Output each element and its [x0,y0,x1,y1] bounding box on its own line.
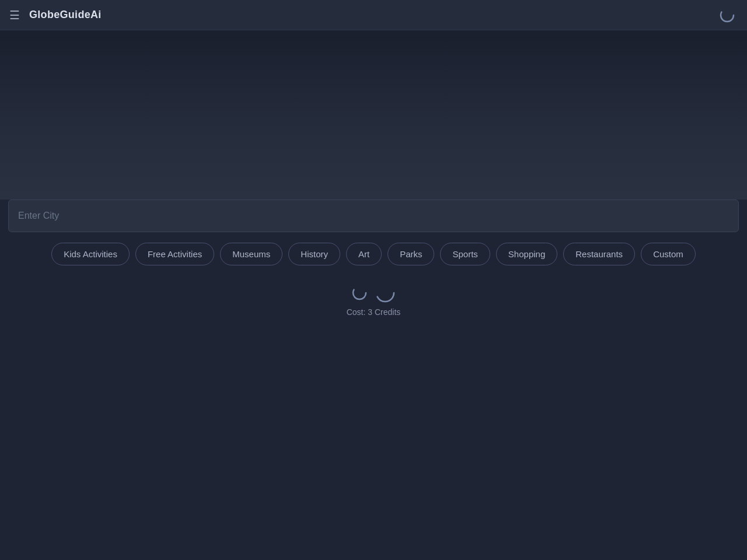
search-container [0,200,747,232]
menu-icon[interactable]: ☰ [9,9,20,21]
category-btn-custom[interactable]: Custom [641,243,696,265]
cost-label: Cost: 3 Credits [347,307,401,317]
category-btn-art[interactable]: Art [346,243,382,265]
spinner-large [374,282,396,304]
category-btn-kids-activities[interactable]: Kids Activities [51,243,130,265]
category-btn-shopping[interactable]: Shopping [496,243,557,265]
categories-container: Kids ActivitiesFree ActivitiesMuseumsHis… [0,232,747,265]
loading-area: Cost: 3 Credits [0,282,747,317]
category-btn-parks[interactable]: Parks [388,243,434,265]
svg-point-0 [721,9,734,22]
category-btn-museums[interactable]: Museums [220,243,282,265]
svg-point-1 [353,286,366,299]
hero-area [0,30,747,200]
category-btn-free-activities[interactable]: Free Activities [135,243,214,265]
category-btn-sports[interactable]: Sports [440,243,490,265]
category-btn-history[interactable]: History [288,243,340,265]
navbar-spinner [719,7,735,23]
category-btn-restaurants[interactable]: Restaurants [563,243,635,265]
app-title: GlobeGuideAi [29,9,102,21]
city-search-input[interactable] [8,200,739,232]
spinner-small [351,284,368,302]
svg-point-2 [376,284,394,302]
navbar: ☰ GlobeGuideAi [0,0,747,30]
spinners-row [351,282,396,304]
